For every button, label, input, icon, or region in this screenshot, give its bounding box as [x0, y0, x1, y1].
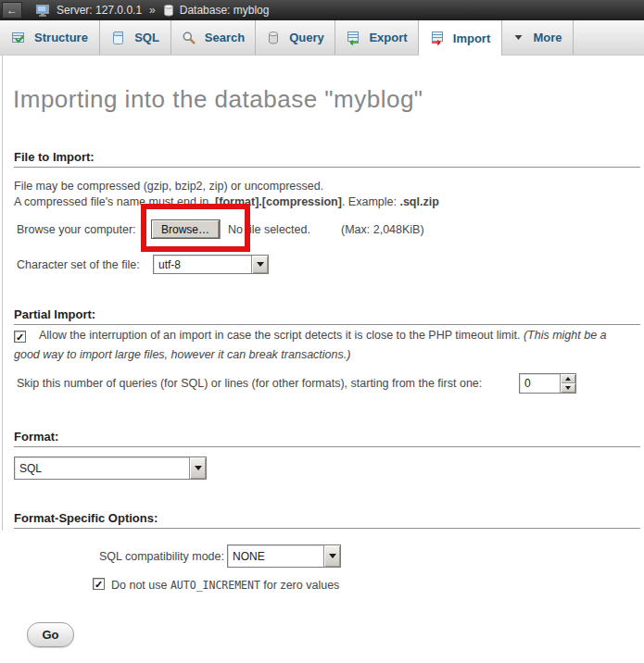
tab-query[interactable]: Query	[256, 20, 335, 55]
browse-computer-label: Browse your computer:	[17, 223, 136, 236]
tab-label: SQL	[134, 31, 159, 44]
structure-icon	[11, 31, 26, 45]
database-icon	[163, 4, 174, 18]
back-button[interactable]: ←	[2, 2, 22, 19]
tab-label: Export	[369, 31, 407, 44]
tab-export[interactable]: Export	[335, 20, 419, 55]
breadcrumb: ← Server: 127.0.0.1 » Database: myblog	[0, 0, 644, 20]
charset-select-value: utf-8	[154, 256, 251, 273]
charset-label: Character set of the file:	[17, 258, 140, 271]
query-icon	[266, 31, 281, 45]
tab-more[interactable]: More	[502, 20, 574, 55]
spinner-down-icon[interactable]	[561, 383, 575, 393]
tabbar-filler	[574, 20, 644, 55]
sql-compat-dropdown-arrow-icon[interactable]	[323, 545, 340, 567]
export-icon	[346, 31, 360, 45]
content-left-border	[2, 56, 3, 531]
spinner-up-icon[interactable]	[561, 374, 575, 383]
tab-structure[interactable]: Structure	[0, 20, 100, 55]
sql-compat-select-value: NONE	[228, 545, 323, 567]
tab-bar: Structure SQL Search Query	[0, 20, 644, 56]
allow-interruption-checkbox[interactable]: ✓	[14, 331, 26, 343]
tab-label: Query	[289, 31, 324, 44]
skip-queries-spinner	[560, 374, 575, 393]
compression-info-line2: A compressed file's name must end in .[f…	[14, 195, 439, 208]
compression-info-line1: File may be compressed (gzip, bzip2, zip…	[14, 180, 323, 193]
section-heading-partial-import: Partial Import:	[14, 307, 640, 325]
breadcrumb-server[interactable]: Server: 127.0.0.1	[57, 4, 142, 17]
breadcrumb-separator: »	[149, 4, 156, 17]
section-heading-file-to-import: File to Import:	[14, 150, 640, 168]
tab-sql[interactable]: SQL	[100, 20, 171, 55]
allow-interruption-row: ✓Allow the interruption of an import in …	[14, 326, 630, 365]
sql-icon	[111, 31, 126, 45]
allow-interruption-label: Allow the interruption of an import in c…	[39, 329, 524, 342]
tab-label: Search	[205, 31, 245, 44]
page-title: Importing into the database "myblog"	[13, 85, 423, 114]
format-select[interactable]: SQL	[14, 457, 207, 480]
zero-values-label: Do not use AUTO_INCREMENT for zero value…	[111, 579, 339, 592]
charset-dropdown-arrow-icon[interactable]	[251, 256, 268, 273]
tab-label: More	[533, 31, 562, 44]
format-compression-token: .[format].[compression]	[212, 195, 342, 208]
section-heading-format-specific: Format-Specific Options:	[14, 511, 640, 529]
search-icon	[182, 31, 196, 45]
skip-queries-input[interactable]: 0	[519, 373, 576, 394]
auto-increment-code: AUTO_INCREMENT	[170, 579, 260, 592]
tab-label: Import	[453, 31, 490, 45]
format-select-value: SQL	[15, 457, 189, 479]
zero-values-checkbox[interactable]: ✓	[93, 578, 105, 590]
charset-select[interactable]: utf-8	[153, 255, 269, 274]
server-icon	[35, 3, 51, 18]
sql-compat-label: SQL compatibility mode:	[14, 550, 224, 563]
no-file-selected-text: No file selected.	[228, 223, 310, 236]
tab-import[interactable]: Import	[419, 20, 502, 56]
breadcrumb-database[interactable]: Database: myblog	[180, 4, 270, 17]
go-button[interactable]: Go	[27, 622, 74, 647]
sql-zip-example: .sql.zip	[399, 195, 438, 208]
skip-queries-value: 0	[520, 374, 560, 393]
tab-label: Structure	[34, 31, 88, 44]
phpmyadmin-import-page: ← Server: 127.0.0.1 » Database: myblog S…	[0, 0, 644, 663]
sql-compat-select[interactable]: NONE	[227, 544, 341, 568]
chevron-down-icon	[512, 31, 524, 44]
browse-button[interactable]: Browse…	[151, 219, 220, 239]
import-icon	[430, 31, 445, 45]
back-arrow-icon: ←	[6, 4, 18, 17]
skip-queries-label: Skip this number of queries (for SQL) or…	[17, 377, 482, 390]
section-heading-format: Format:	[14, 430, 640, 447]
format-dropdown-arrow-icon[interactable]	[189, 457, 206, 479]
tab-search[interactable]: Search	[171, 20, 256, 55]
max-upload-size: (Max: 2,048KiB)	[341, 223, 424, 236]
